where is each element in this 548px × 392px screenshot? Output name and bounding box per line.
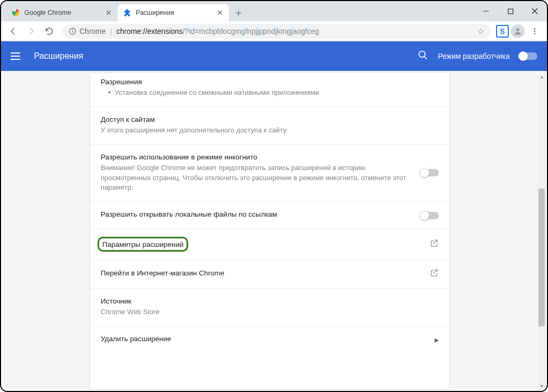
section-heading: Разрешить открывать локальные файлы по с… (101, 210, 412, 218)
scheme-label: Chrome (79, 27, 106, 35)
section-description: Внимание! Google Chrome не может предотв… (101, 163, 412, 193)
svg-point-7 (72, 29, 73, 30)
bookmark-star-icon[interactable]: ☆ (478, 27, 484, 35)
window-controls (474, 1, 547, 21)
page-title: Расширения (34, 51, 83, 61)
menu-icon[interactable] (11, 50, 23, 63)
incognito-section: Разрешить использование в режиме инкогни… (90, 144, 449, 202)
content-area: Разрешения Установка соединения со смежн… (2, 72, 537, 390)
open-external-icon (429, 238, 439, 250)
scroll-up-button[interactable]: ▴ (537, 72, 546, 81)
row-label: Параметры расширений (102, 240, 183, 248)
tab-title: Расширения (136, 9, 212, 16)
window-close-button[interactable] (523, 1, 547, 21)
webstore-row[interactable]: Перейти в Интернет-магазин Chrome (90, 259, 449, 288)
browser-tab[interactable]: Google Chrome ✕ (6, 4, 118, 21)
dev-mode-label: Режим разработчика (438, 52, 510, 60)
window-minimize-button[interactable] (474, 1, 498, 21)
site-access-section: Доступ к сайтам У этого расширения нет д… (90, 106, 449, 144)
chevron-right-icon: ▸ (435, 335, 439, 345)
search-icon[interactable] (418, 50, 428, 63)
chrome-favicon (12, 8, 20, 17)
source-value: Chrome Web Store (101, 307, 439, 317)
section-heading: Доступ к сайтам (101, 115, 439, 123)
extension-favicon (123, 8, 131, 17)
address-bar[interactable]: Chrome | chrome://extensions/?id=mcbpblo… (63, 24, 491, 39)
svg-point-11 (534, 30, 536, 32)
extensions-app-bar: Расширения Режим разработчика (1, 41, 547, 71)
svg-point-10 (534, 28, 536, 30)
row-label: Перейти в Интернет-магазин Chrome (101, 269, 224, 277)
browser-toolbar: Chrome | chrome://extensions/?id=mcbpblo… (1, 21, 547, 41)
permission-item: Установка соединения со смежными нативны… (101, 88, 439, 98)
file-urls-toggle[interactable] (421, 212, 439, 219)
open-external-icon (429, 268, 439, 280)
browser-tab-active[interactable]: Расширения ✕ (118, 4, 229, 21)
svg-point-12 (534, 33, 536, 34)
source-section: Источник Chrome Web Store (90, 288, 449, 326)
file-urls-section: Разрешить открывать локальные файлы по с… (90, 201, 449, 229)
remove-extension-row[interactable]: Удалить расширение ▸ (90, 326, 449, 353)
svg-rect-8 (72, 30, 73, 32)
extension-options-row[interactable]: Параметры расширений (90, 229, 449, 259)
dev-mode-toggle[interactable] (519, 52, 537, 60)
svg-point-9 (516, 28, 519, 31)
window-maximize-button[interactable] (498, 1, 523, 21)
nav-reload-button[interactable] (41, 23, 57, 39)
incognito-toggle[interactable] (421, 169, 439, 176)
scroll-thumb[interactable] (538, 189, 545, 326)
tab-close-icon[interactable]: ✕ (216, 9, 224, 16)
site-info-icon[interactable]: Chrome (69, 27, 106, 35)
profile-avatar-button[interactable] (511, 24, 525, 38)
extension-detail-card: Разрешения Установка соединения со смежн… (90, 72, 450, 390)
svg-line-14 (425, 57, 427, 59)
scroll-down-button[interactable]: ▾ (537, 381, 546, 390)
tab-strip: Google Chrome ✕ Расширения ✕ ＋ (1, 1, 547, 21)
section-heading: Разрешить использование в режиме инкогни… (101, 153, 412, 161)
svg-point-13 (419, 51, 426, 58)
nav-back-button[interactable] (5, 23, 21, 39)
extension-toolbar-icon[interactable]: S (496, 25, 509, 38)
chrome-menu-button[interactable] (527, 23, 543, 39)
section-heading: Источник (101, 297, 439, 305)
url-text: chrome://extensions/?id=mcbpblocgmgfnpjj… (116, 27, 319, 35)
section-description: У этого расширения нет дополнительного д… (101, 126, 439, 136)
tab-close-icon[interactable]: ✕ (105, 9, 112, 16)
row-label: Удалить расширение (101, 335, 171, 343)
nav-forward-button[interactable] (23, 23, 39, 39)
new-tab-button[interactable]: ＋ (231, 5, 246, 20)
section-heading: Разрешения (101, 78, 439, 86)
permissions-section: Разрешения Установка соединения со смежн… (90, 73, 449, 106)
svg-rect-3 (508, 9, 513, 14)
vertical-scrollbar[interactable]: ▴ ▾ (537, 72, 546, 390)
tab-title: Google Chrome (24, 9, 101, 16)
